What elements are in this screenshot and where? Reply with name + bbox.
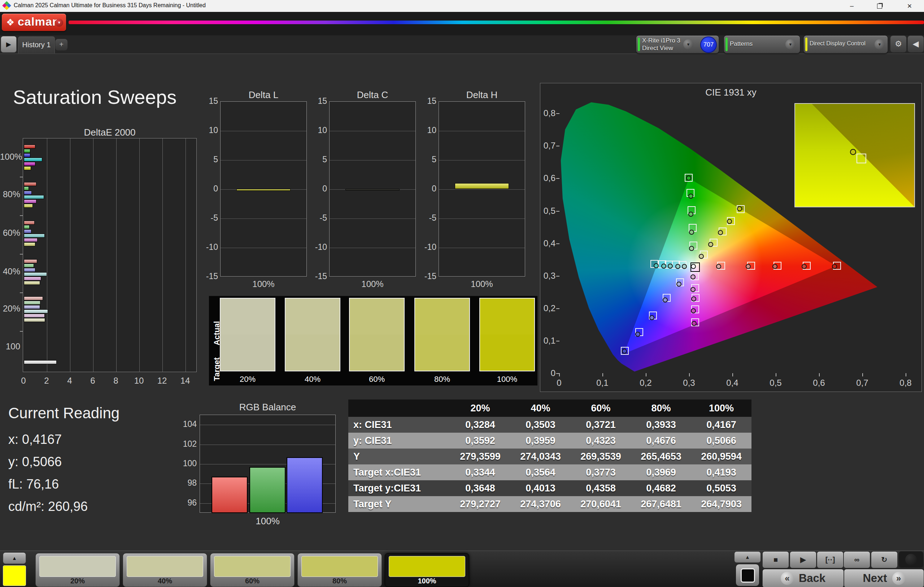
patterns-status-accent: [726, 38, 728, 51]
table-header-cell: [348, 400, 450, 417]
chevron-down-icon[interactable]: ▼: [785, 39, 795, 49]
table-row-label: Target Y: [348, 496, 450, 512]
play-button[interactable]: ▶: [790, 551, 817, 568]
restore-button[interactable]: [869, 0, 891, 12]
swatch-actual-40%: [285, 299, 340, 335]
table-header-cell: 40%: [510, 400, 571, 417]
cie-y-tick-label: 0,2: [540, 303, 556, 313]
read-series-button[interactable]: [··]: [817, 551, 843, 568]
mini-gridline: [439, 219, 525, 219]
table-row-1: y: CIE310,35920,39590,43230,46760,5066: [348, 433, 751, 449]
table-cell: 267,6481: [631, 496, 691, 512]
minimize-button[interactable]: –: [841, 0, 863, 12]
deltae-chart-title: DeltaE 2000: [23, 127, 197, 138]
next-button[interactable]: Next»: [844, 569, 924, 587]
pattern-bar: ▲ 20%40%60%80%100% ▲■▶[··]∞↻«BackNext»: [0, 551, 924, 587]
deltae-bar-60%-3: [24, 233, 45, 238]
table-cell: 260,9594: [691, 449, 751, 464]
cie-y-tick-label: 0,3: [540, 271, 556, 281]
cie-plot: 00,10,20,30,40,50,60,70,800,10,20,30,40,…: [545, 100, 921, 388]
cie-measured-blue-4: [622, 349, 627, 354]
cie-x-tick: [819, 373, 820, 377]
table-cell: 0,3344: [450, 464, 510, 480]
rgb-gridline: [200, 503, 335, 504]
mini-y-tick-label: 5: [312, 155, 327, 164]
title-bar: Calman 2025 Calman Ultimate for Business…: [0, 0, 924, 12]
display-control-selector[interactable]: Direct Display Control ▼: [804, 35, 888, 53]
deltae-bar-60%-0: [24, 221, 35, 225]
deltae-y-tick: [20, 215, 23, 216]
pattern-button-40%[interactable]: 40%: [123, 553, 207, 587]
swatch-target-40%: [285, 335, 340, 371]
table-cell: 0,5053: [691, 480, 751, 496]
pattern-button-60%[interactable]: 60%: [210, 553, 295, 587]
calman-menu-button[interactable]: ❖ calman ▼: [2, 14, 66, 31]
settings-button[interactable]: ⚙: [890, 35, 907, 53]
mini-y-tick-label: -15: [203, 271, 218, 281]
swatch-80%: [414, 298, 470, 372]
cie-x-tick: [906, 373, 906, 377]
mini-y-tick-label: 15: [421, 96, 436, 106]
transport-popup-button[interactable]: ▲: [734, 551, 761, 563]
pattern-window-button[interactable]: [736, 564, 759, 586]
cie-inset-zoom: [794, 103, 915, 207]
refresh-button[interactable]: ↻: [871, 551, 898, 568]
calman-diamond-icon: ❖: [6, 17, 15, 28]
deltae-bar-40%-4: [24, 276, 41, 281]
pattern-swatch-80%: [301, 556, 378, 577]
table-cell: 269,3539: [571, 449, 631, 464]
app-icon: [3, 2, 11, 10]
pattern-button-20%[interactable]: 20%: [35, 553, 120, 587]
cie-x-tick-label: 0,3: [678, 378, 700, 388]
tab-history-1[interactable]: History 1: [18, 36, 55, 53]
cie-x-tick-label: 0,4: [721, 378, 743, 388]
pattern-button-100%[interactable]: 100%: [385, 553, 469, 587]
mini-x-label-delta_h: 100%: [439, 279, 525, 289]
cie-measured-red-0: [716, 264, 721, 269]
swatch-label-80%: 80%: [414, 375, 470, 384]
table-row-4: Target y:CIE310,36480,40130,43580,46820,…: [348, 480, 751, 496]
deltae-bar-20%-2: [24, 305, 40, 309]
deltae-x-tick-label: 0: [16, 376, 31, 386]
mini-gridline: [439, 189, 525, 190]
close-button[interactable]: ×: [899, 0, 921, 12]
chevron-down-icon[interactable]: ▼: [683, 39, 693, 49]
table-row-0: x: CIE310,32840,35030,37210,39330,4167: [348, 417, 751, 433]
add-tab-button[interactable]: +: [55, 39, 68, 51]
collapse-panel-button[interactable]: ◀: [908, 35, 924, 53]
pattern-swatch-20%: [40, 556, 116, 577]
rgb-y-tick-label: 96: [179, 498, 197, 508]
cie-y-tick: [556, 341, 559, 342]
cie-inset-target: [856, 154, 866, 163]
deltae-bar-60%-2: [24, 229, 31, 233]
patterns-selector[interactable]: Patterns ▼: [724, 35, 800, 53]
pattern-swatch-40%: [127, 556, 203, 577]
mini-gridline: [221, 248, 307, 248]
expand-sidebar-button[interactable]: ▶: [1, 36, 16, 53]
mini-gridline: [221, 219, 307, 219]
next-label: Next: [863, 572, 887, 585]
read-continuous-button[interactable]: ∞: [843, 551, 870, 568]
pattern-button-80%[interactable]: 80%: [297, 553, 382, 587]
deltae-bar-60%-4: [24, 238, 38, 242]
cie-y-tick: [556, 146, 559, 146]
cie-y-tick-label: 0,8: [540, 108, 556, 118]
cie-measured-cyan-2: [668, 263, 673, 269]
mini-plot-delta_l: [220, 101, 307, 276]
deltae-bar-20%-3: [24, 309, 48, 313]
deltae-bar-100%-0: [24, 145, 35, 148]
cie-x-tick: [862, 373, 863, 377]
deltae-bar-20%-0: [24, 296, 43, 300]
swatch-actual-80%: [415, 299, 469, 335]
app-header: ❖ calman ▼: [0, 12, 924, 35]
swatch-label-40%: 40%: [285, 375, 340, 384]
deltae-x-tick-label: 14: [178, 376, 192, 386]
table-cell: 0,3969: [631, 464, 691, 480]
back-button[interactable]: «Back: [762, 569, 844, 587]
mini-y-tick-label: 5: [203, 155, 218, 164]
chevron-down-icon[interactable]: ▼: [874, 39, 884, 49]
table-cell: 0,3503: [510, 417, 571, 433]
swatch-label-60%: 60%: [349, 375, 404, 384]
stop-button[interactable]: ■: [762, 551, 789, 568]
table-cell: 274,3706: [510, 496, 571, 512]
